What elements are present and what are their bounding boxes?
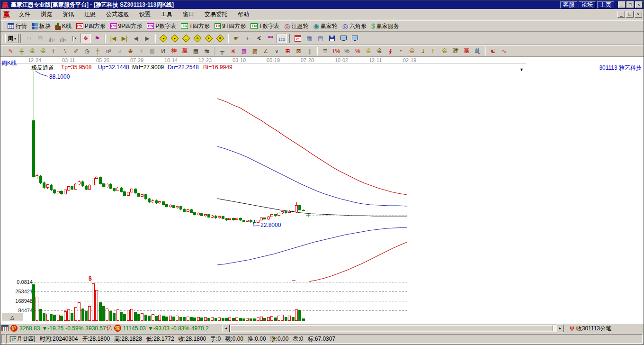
parallel-lines-button[interactable]: ∥ bbox=[304, 46, 314, 55]
red-seal-button[interactable]: ❖ bbox=[80, 34, 91, 43]
mark-numbers-button[interactable]: ₁₂₃ bbox=[277, 34, 287, 43]
arc-fan-button[interactable]: ϟ bbox=[60, 46, 70, 55]
child-restore-button[interactable]: □ bbox=[626, 11, 634, 18]
close-button[interactable]: × bbox=[635, 1, 643, 8]
zoom-area-button[interactable]: □ bbox=[24, 34, 34, 43]
menu-item-9[interactable]: 交易委托 bbox=[199, 9, 233, 20]
shift-right-button[interactable]: ▸ bbox=[170, 34, 180, 43]
f-angle-button[interactable]: F bbox=[429, 46, 439, 55]
candle-style-button[interactable]: ▾ bbox=[69, 34, 80, 43]
color-flag-button[interactable]: ⚑ bbox=[92, 34, 102, 43]
kline-chart-canvas[interactable] bbox=[0, 57, 644, 323]
trend-angle-button[interactable]: ∠ bbox=[261, 46, 271, 55]
crosshair-tool-button[interactable]: + bbox=[242, 34, 253, 43]
gann-lines-button[interactable]: ╫ bbox=[17, 46, 27, 55]
pane-collapse-button[interactable]: △ bbox=[1, 313, 23, 321]
matrix-grid-button[interactable]: ▦ bbox=[191, 46, 201, 55]
pillar-line-button[interactable]: ╥ bbox=[217, 46, 227, 55]
golden-levels-button[interactable]: 金 bbox=[375, 46, 385, 55]
percent-red-button[interactable]: % bbox=[353, 46, 363, 55]
center-view-button[interactable]: ✥ bbox=[215, 34, 225, 43]
percent-plain-button[interactable]: % bbox=[342, 46, 352, 55]
wave-bands-button[interactable]: ≈ bbox=[396, 46, 406, 55]
shenzhen-icon[interactable]: 深 bbox=[114, 325, 121, 332]
menu-item-3[interactable]: 资讯 bbox=[57, 9, 79, 20]
spider-web-button[interactable]: ▩ bbox=[147, 46, 157, 55]
t-percent-button[interactable]: T% bbox=[331, 46, 341, 55]
forum-button[interactable]: 论坛 bbox=[579, 1, 596, 9]
child-close-button[interactable]: × bbox=[635, 11, 642, 18]
toolbar-button-t-square[interactable]: TST四方形 bbox=[179, 22, 212, 31]
golden-fan-1-button[interactable]: 金 bbox=[27, 46, 37, 55]
chip-distribution-button[interactable]: 罒 bbox=[265, 34, 276, 43]
block-web-button[interactable]: ⊠ bbox=[294, 46, 304, 55]
speed-resist-button[interactable]: 建 bbox=[451, 46, 461, 55]
toolbar-button-t-number-table[interactable]: TNT数字表 bbox=[248, 22, 282, 31]
child-minimize-button[interactable]: _ bbox=[617, 11, 625, 18]
bars-9-button[interactable]: 9 bbox=[58, 34, 68, 43]
wave-curve-button[interactable]: ∿ bbox=[499, 46, 509, 55]
golden-fan-2-button[interactable]: 金 bbox=[38, 46, 48, 55]
hand-tool-button[interactable]: ☛ bbox=[231, 34, 242, 43]
taiji-tool-button[interactable]: ☯ bbox=[488, 46, 498, 55]
toolbar-button-nine-t-square[interactable]: T99T四方形 bbox=[212, 22, 248, 31]
toolbar-button-winner-service[interactable]: $赢家服务 bbox=[369, 22, 402, 31]
toolbar-button-hexagon[interactable]: ◎六角形 bbox=[340, 22, 369, 31]
angle-measure-button[interactable]: ∢ bbox=[254, 34, 264, 43]
fib-lines-button[interactable]: F bbox=[49, 46, 59, 55]
first-bar-button[interactable]: |◀ bbox=[108, 34, 118, 43]
n-square-button[interactable]: n² bbox=[104, 46, 114, 55]
price-grid-button[interactable]: ╪ bbox=[93, 46, 103, 55]
menu-item-2[interactable]: 浏览 bbox=[36, 9, 57, 20]
ink-marker-button[interactable]: ∮ bbox=[385, 46, 395, 55]
horizontal-scrollbar[interactable]: ◂ ▸ bbox=[222, 325, 564, 332]
draw-pencil-button[interactable]: ✎ bbox=[6, 46, 16, 55]
shift-left-button[interactable]: ◂ bbox=[158, 34, 169, 43]
radial-rays-button[interactable]: ※ bbox=[228, 46, 238, 55]
angle-pencil-button[interactable]: ✐ bbox=[71, 46, 81, 55]
scroll-left-button[interactable]: ◂ bbox=[222, 325, 230, 332]
golden-band-button[interactable]: 金 bbox=[407, 46, 417, 55]
compress-view-button[interactable]: ✣ bbox=[192, 34, 203, 43]
j-angle-button[interactable]: J bbox=[418, 46, 428, 55]
calendar-21-button[interactable]: 21 bbox=[293, 34, 303, 43]
toolbar-button-kline[interactable]: K线 bbox=[53, 22, 74, 31]
customer-service-button[interactable]: 客服 bbox=[560, 1, 577, 9]
scroll-right-button[interactable]: ▸ bbox=[556, 325, 564, 332]
toolbar-button-quotes[interactable]: 行情 bbox=[5, 22, 29, 31]
circle-cross-button[interactable]: ⊕ bbox=[125, 46, 135, 55]
mountain-line-button[interactable]: 乢 bbox=[473, 46, 483, 55]
shen-tool-button[interactable]: 神 bbox=[169, 46, 179, 55]
menu-item-1[interactable]: 文件 bbox=[14, 9, 36, 20]
menu-item-5[interactable]: 公式选股 bbox=[101, 9, 134, 20]
wave-mark-button[interactable]: И bbox=[158, 46, 168, 55]
toolbar-button-p-number-table[interactable]: PNP数字表 bbox=[144, 22, 179, 31]
v-reversal-button[interactable]: ∨ bbox=[272, 46, 282, 55]
level-table-button[interactable]: ≣ bbox=[320, 46, 330, 55]
save-disk-button[interactable] bbox=[327, 34, 337, 43]
menu-item-6[interactable]: 设置 bbox=[134, 9, 156, 20]
menu-item-8[interactable]: 窗口 bbox=[178, 9, 199, 20]
scrollbar-thumb[interactable] bbox=[231, 325, 553, 331]
shape-box-1-button[interactable]: ▧ bbox=[239, 46, 249, 55]
red-web-button[interactable]: ⊞ bbox=[283, 46, 293, 55]
info-panel-button[interactable]: ▤ bbox=[35, 34, 45, 43]
toolbar-button-sectors[interactable]: 板块 bbox=[29, 22, 53, 31]
toolbar-button-p-square[interactable]: PSP四方形 bbox=[74, 22, 108, 31]
session-notes-button[interactable]: ▤ bbox=[315, 34, 326, 43]
time-cycle-button[interactable]: ◷ bbox=[82, 46, 92, 55]
screen-export-button[interactable] bbox=[338, 34, 349, 43]
golden-circle-button[interactable]: 金 bbox=[364, 46, 374, 55]
toolbar-button-gann-wheel[interactable]: ◎江恩轮 bbox=[282, 22, 311, 31]
bars-3-button[interactable]: 3 bbox=[46, 34, 57, 43]
expand-all-button[interactable]: ✦ bbox=[204, 34, 214, 43]
toolbar-button-nine-p-square[interactable]: P99P四方形 bbox=[108, 22, 144, 31]
yingjia-tool-button[interactable]: 赢 bbox=[180, 46, 190, 55]
menu-item-10[interactable]: 帮助 bbox=[233, 9, 254, 20]
star-web-button[interactable]: ✳ bbox=[136, 46, 146, 55]
gold-angle-button[interactable]: 金 bbox=[440, 46, 450, 55]
scrollbar-track[interactable] bbox=[230, 325, 556, 332]
dropdown-caret-icon[interactable]: ▼ bbox=[519, 67, 524, 72]
menu-item-4[interactable]: 江恩 bbox=[79, 9, 101, 20]
restore-button[interactable]: □ bbox=[626, 1, 634, 8]
